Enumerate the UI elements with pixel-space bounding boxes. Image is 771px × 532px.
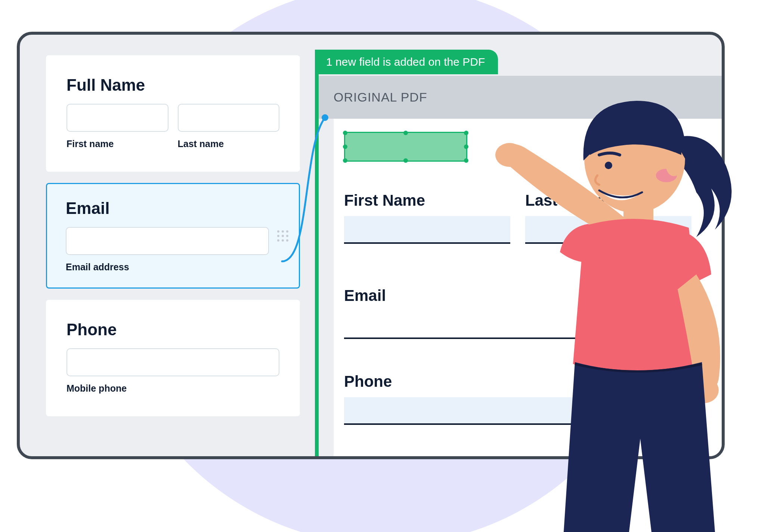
pdf-document: First Name Last Name Email Phone: [334, 119, 725, 459]
field-card-email[interactable]: Email Email address: [46, 183, 300, 289]
new-pdf-field[interactable]: [344, 132, 467, 162]
pdf-firstname-field[interactable]: [344, 216, 510, 242]
pdf-phone-label: Phone: [344, 373, 691, 391]
phone-label: Mobile phone: [66, 383, 279, 394]
form-builder-panel: Full Name First name Last name Email Ema…: [46, 55, 300, 427]
pdf-email-field[interactable]: [344, 311, 691, 337]
pdf-lastname-label: Last Name: [525, 192, 691, 209]
field-card-phone[interactable]: Phone Mobile phone: [46, 300, 300, 416]
first-name-input[interactable]: [66, 104, 168, 132]
phone-input[interactable]: [66, 348, 279, 376]
email-input[interactable]: [66, 227, 269, 255]
field-card-fullname[interactable]: Full Name First name Last name: [46, 55, 300, 172]
pdf-header-text: ORIGINAL PDF: [334, 90, 427, 105]
app-window: Full Name First name Last name Email Ema…: [17, 32, 725, 459]
field-title-fullname: Full Name: [66, 76, 279, 94]
pdf-preview-panel: 1 new field is added on the PDF ORIGINAL…: [315, 50, 725, 459]
email-label: Email address: [66, 262, 269, 273]
pdf-firstname-label: First Name: [344, 192, 510, 209]
first-name-label: First name: [66, 139, 168, 149]
field-title-email: Email: [66, 199, 269, 218]
last-name-input[interactable]: [178, 104, 280, 132]
drag-handle-icon[interactable]: [277, 230, 288, 242]
pdf-phone-field[interactable]: [344, 397, 691, 423]
pdf-lastname-field[interactable]: [525, 216, 691, 242]
pdf-header-bar: ORIGINAL PDF: [319, 76, 725, 119]
notification-tab: 1 new field is added on the PDF: [315, 50, 498, 74]
last-name-label: Last name: [178, 139, 280, 149]
pdf-email-label: Email: [344, 287, 691, 305]
field-title-phone: Phone: [66, 320, 279, 339]
